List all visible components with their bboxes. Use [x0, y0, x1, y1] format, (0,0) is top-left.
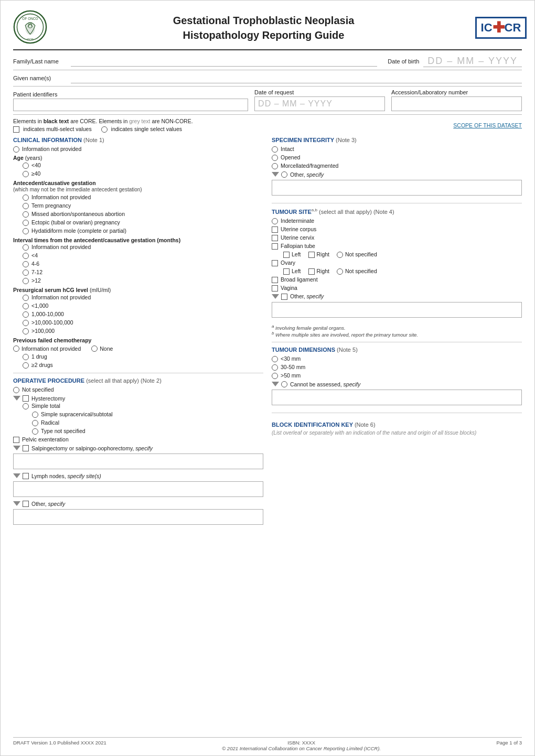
family-name-label: Family/Last name [13, 58, 71, 64]
radio-ant-notprovided[interactable] [23, 195, 29, 201]
ts-other-input[interactable] [272, 302, 522, 318]
fallopian-right: Right [308, 251, 330, 258]
radio-hcg-1000-10000[interactable] [23, 311, 29, 318]
left-column: CLINICAL INFORMATION (Note 1) Informatio… [13, 137, 263, 528]
page-footer: DRAFT Version 1.0 Published XXXX 2021 IS… [13, 737, 522, 751]
tumour-dimensions-section: TUMOUR DIMENSIONS (Note 5) <30 mm 30-50 … [272, 347, 522, 408]
svg-text:OF ONCO: OF ONCO [22, 17, 38, 20]
scope-link[interactable]: SCOPE OF THIS DATASET [453, 122, 522, 128]
date-request-label: Date of request [254, 89, 385, 95]
ci-hcg-gt100000: >100,000 [13, 328, 263, 334]
radio-td-30-50[interactable] [272, 364, 278, 371]
radio-age-lt40[interactable] [23, 163, 29, 169]
radio-missed-abortion[interactable] [23, 211, 29, 218]
patient-id-label: Patient identifiers [13, 91, 248, 98]
radio-si-intact[interactable] [272, 146, 278, 153]
single-select-note: indicates single select values [101, 126, 182, 133]
td-cannot-input[interactable] [272, 390, 522, 405]
ovary-right: Right [308, 268, 330, 275]
given-name-input[interactable] [71, 73, 522, 83]
family-name-row: Family/Last name Date of birth DD – MM –… [13, 56, 522, 70]
check-ovary-left[interactable] [283, 268, 290, 275]
check-salpingectomy[interactable] [23, 445, 29, 451]
radio-chemo-2plus[interactable] [23, 362, 29, 369]
radio-chemo-notprovided[interactable] [13, 345, 19, 352]
check-lymphnodes[interactable] [23, 473, 29, 479]
op-salpingectomy-row: Salpingectomy or salpingo-oophorectomy, … [13, 445, 263, 451]
check-fallopian-left[interactable] [283, 252, 290, 258]
radio-hyst-typenotspec[interactable] [32, 428, 38, 435]
patient-id-group: Patient identifiers [13, 91, 248, 111]
fallopian-left: Left [283, 251, 301, 258]
radio-fallopian-notspecified[interactable] [337, 252, 343, 258]
ts-indeterminate: Indeterminate [272, 218, 522, 224]
svg-text:ICCR: ICCR [27, 38, 34, 41]
radio-ectopic[interactable] [23, 220, 29, 226]
accession-input[interactable] [391, 96, 522, 111]
check-ts-uterinecorpus[interactable] [272, 226, 278, 233]
footer-center: ISBN: XXXX © 2021 International Collabor… [106, 740, 497, 751]
ci-hydatidiform: Hydatidiform mole (complete or partial) [13, 228, 263, 234]
radio-hcg-lt1000[interactable] [23, 303, 29, 309]
radio-hcg-notprovided[interactable] [23, 295, 29, 301]
salpingectomy-input[interactable] [13, 453, 263, 469]
radio-td-gt50[interactable] [272, 373, 278, 379]
tumour-site-title: TUMOUR SITEa,b (select all that apply) (… [272, 208, 522, 215]
radio-int-gt12[interactable] [23, 278, 29, 284]
check-ts-fallopian[interactable] [272, 243, 278, 250]
op-hyst-radical: Radical [13, 419, 263, 426]
radio-si-other[interactable] [281, 171, 287, 178]
radio-ovary-notspecified[interactable] [337, 268, 343, 275]
arrow-other [13, 501, 20, 506]
radio-ts-indeterminate[interactable] [272, 218, 278, 224]
radio-int-7-12[interactable] [23, 269, 29, 276]
check-ovary-right[interactable] [308, 268, 315, 275]
check-ts-vagina[interactable] [272, 285, 278, 291]
radio-term-preg[interactable] [23, 203, 29, 209]
radio-int-lt4[interactable] [23, 253, 29, 259]
check-fallopian-right[interactable] [308, 252, 315, 258]
si-opened: Opened [272, 154, 522, 161]
clinical-note-ref: (Note 1) [83, 137, 104, 143]
check-ts-uterinecervix[interactable] [272, 235, 278, 241]
radio-int-notprovided[interactable] [23, 244, 29, 251]
family-name-input[interactable] [71, 56, 377, 67]
patient-id-input[interactable] [13, 99, 248, 111]
specimen-title: SPECIMEN INTEGRITY (Note 3) [272, 137, 522, 143]
check-ts-broadligament[interactable] [272, 277, 278, 283]
check-ts-ovary[interactable] [272, 260, 278, 266]
radio-chemo-1drug[interactable] [23, 354, 29, 360]
radio-op-notspecified[interactable] [13, 387, 19, 393]
radio-age-gte40[interactable] [23, 171, 29, 177]
check-other[interactable] [23, 501, 29, 507]
radio-hyst-radical[interactable] [32, 420, 38, 426]
check-ts-other[interactable] [281, 294, 287, 300]
radio-hcg-gt100000[interactable] [23, 328, 29, 334]
radio-si-morcellated[interactable] [272, 163, 278, 169]
age-label: Age (years) [13, 155, 263, 161]
radio-td-cannot[interactable] [281, 381, 287, 387]
ovary-left: Left [283, 268, 301, 275]
check-pelvic[interactable] [13, 437, 19, 443]
prev-chemo-label: Previous failed chemotherapy [13, 337, 263, 343]
radio-td-lt30[interactable] [272, 356, 278, 362]
ci-int-gt12: >12 [13, 277, 263, 284]
radio-hyst-supracervical[interactable] [32, 412, 38, 418]
lymphnodes-input[interactable] [13, 481, 263, 497]
radio-chemo-none[interactable] [91, 345, 98, 352]
check-hysterectomy[interactable] [23, 395, 29, 402]
ci-radio-info[interactable] [13, 146, 19, 153]
td-cannot-row: Cannot be assessed, specify [272, 381, 522, 387]
radio-hydatidiform[interactable] [23, 228, 29, 234]
si-other-input[interactable] [272, 180, 522, 196]
other-op-input[interactable] [13, 509, 263, 525]
radio-int-4-6[interactable] [23, 261, 29, 267]
radio-hcg-10000-100000[interactable] [23, 320, 29, 326]
radio-si-opened[interactable] [272, 155, 278, 161]
ovary-notspecified: Not specified [337, 268, 377, 275]
fallopian-notspecified: Not specified [337, 251, 377, 258]
interval-label: Interval times from the antecedent/causa… [13, 237, 263, 243]
arrow-salpingectomy [13, 446, 20, 450]
radio-hyst-simpletotal[interactable] [23, 403, 29, 409]
footnote-b: b Where multiple sites are involved, rep… [272, 331, 522, 338]
